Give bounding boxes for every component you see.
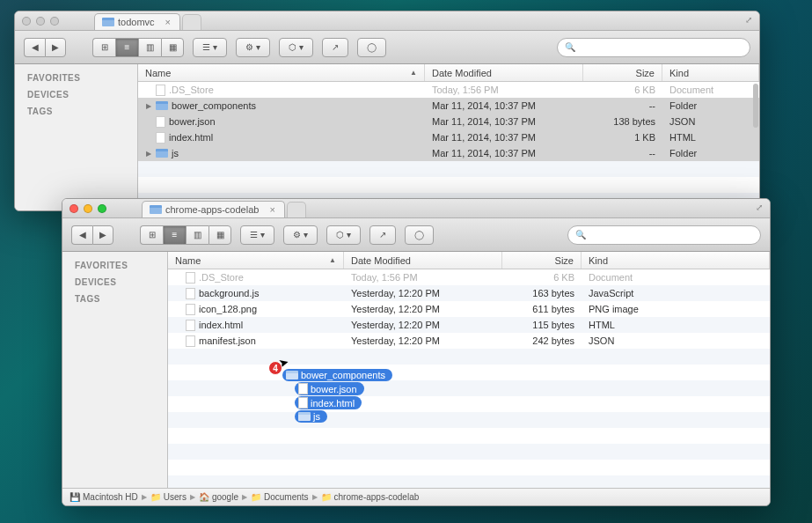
path-separator-icon: ▶: [142, 493, 147, 501]
path-segment[interactable]: 📁chrome-apps-codelab: [321, 492, 420, 502]
path-segment[interactable]: 💾Macintosh HD: [69, 492, 138, 502]
table-row[interactable]: .DS_StoreToday, 1:56 PM6 KBDocument: [168, 269, 770, 285]
column-name[interactable]: Name▲: [138, 64, 425, 81]
file-name: bower_components: [172, 100, 256, 111]
cell-kind: Document: [582, 272, 770, 283]
arrange-button[interactable]: ☰ ▾: [193, 38, 227, 57]
cell-size: 1 KB: [583, 132, 662, 143]
empty-row: [168, 412, 770, 428]
view-icon-button[interactable]: ⊞: [140, 225, 163, 245]
column-kind[interactable]: Kind: [662, 64, 759, 81]
forward-button[interactable]: ▶: [45, 38, 66, 57]
zoom-button[interactable]: [98, 204, 106, 213]
titlebar[interactable]: todomvc × ⤢: [15, 11, 759, 31]
titlebar[interactable]: chrome-apps-codelab × ⤢: [62, 199, 770, 218]
table-row[interactable]: manifest.jsonYesterday, 12:20 PM242 byte…: [168, 333, 770, 349]
view-list-button[interactable]: ≡: [163, 225, 186, 245]
traffic-lights[interactable]: [22, 17, 59, 26]
file-name: index.html: [169, 132, 213, 143]
table-row[interactable]: icon_128.pngYesterday, 12:20 PM611 bytes…: [168, 301, 770, 317]
path-segment[interactable]: 📁Users: [150, 492, 187, 502]
table-row[interactable]: index.htmlYesterday, 12:20 PM115 bytesHT…: [168, 317, 770, 333]
column-name[interactable]: Name▲: [168, 252, 344, 269]
table-row[interactable]: .DS_StoreToday, 1:56 PM6 KBDocument: [138, 82, 759, 98]
search-input[interactable]: 🔍: [557, 38, 750, 57]
file-pane: Name▲ Date Modified Size Kind ➤ 4 bower_…: [168, 252, 770, 488]
sidebar-tags[interactable]: TAGS: [15, 103, 137, 120]
column-date[interactable]: Date Modified: [425, 64, 583, 81]
tab-title: chrome-apps-codelab: [165, 204, 259, 215]
tab-chrome-apps-codelab[interactable]: chrome-apps-codelab ×: [142, 201, 285, 217]
traffic-lights[interactable]: [69, 204, 106, 213]
search-input[interactable]: 🔍: [567, 225, 761, 245]
tab-close-icon[interactable]: ×: [269, 204, 274, 215]
share-button[interactable]: ↗: [322, 38, 348, 57]
minimize-button[interactable]: [36, 17, 45, 26]
close-button[interactable]: [22, 17, 31, 26]
dropbox-button[interactable]: ⬡ ▾: [326, 225, 361, 245]
path-segment[interactable]: 📁Documents: [251, 492, 309, 502]
arrange-button[interactable]: ☰ ▾: [240, 225, 274, 245]
document-icon: [298, 383, 308, 394]
column-kind[interactable]: Kind: [582, 252, 770, 269]
path-separator-icon: ▶: [190, 493, 195, 501]
sidebar-favorites[interactable]: FAVORITES: [15, 70, 137, 86]
path-icon: 🏠: [199, 492, 209, 502]
forward-button[interactable]: ▶: [92, 225, 113, 245]
cell-size: 138 bytes: [583, 116, 662, 127]
toolbar: ◀ ▶ ⊞ ≡ ▥ ▦ ☰ ▾ ⚙ ▾ ⬡ ▾ ↗ ◯ 🔍: [15, 31, 759, 64]
table-row[interactable]: ▶jsMar 11, 2014, 10:37 PM--Folder: [138, 145, 759, 161]
sidebar-favorites[interactable]: FAVORITES: [62, 257, 167, 274]
table-row[interactable]: bower.jsonMar 11, 2014, 10:37 PM138 byte…: [138, 114, 759, 129]
action-button[interactable]: ⚙ ▾: [283, 225, 318, 245]
tab-close-icon[interactable]: ×: [165, 17, 171, 27]
disclosure-triangle-icon[interactable]: ▶: [145, 150, 152, 158]
new-tab-button[interactable]: [182, 14, 201, 30]
drag-count-badge: 4: [268, 361, 282, 375]
fullscreen-icon[interactable]: ⤢: [756, 203, 763, 212]
fullscreen-icon[interactable]: ⤢: [745, 15, 752, 25]
action-button[interactable]: ⚙ ▾: [236, 38, 270, 57]
empty-row: [168, 380, 770, 396]
zoom-button[interactable]: [50, 17, 59, 26]
view-column-button[interactable]: ▥: [186, 225, 208, 245]
column-size[interactable]: Size: [502, 252, 582, 269]
back-button[interactable]: ◀: [71, 225, 92, 245]
path-label: chrome-apps-codelab: [334, 492, 420, 502]
document-icon: [156, 116, 165, 128]
back-button[interactable]: ◀: [24, 38, 45, 57]
view-column-button[interactable]: ▥: [138, 38, 161, 57]
view-mode-group: ⊞ ≡ ▥ ▦: [140, 225, 231, 245]
dropbox-button[interactable]: ⬡ ▾: [279, 38, 313, 57]
minimize-button[interactable]: [84, 204, 92, 213]
sidebar-devices[interactable]: DEVICES: [62, 274, 167, 291]
sidebar-tags[interactable]: TAGS: [62, 291, 167, 307]
path-segment[interactable]: 🏠google: [199, 492, 238, 502]
view-icon-button[interactable]: ⊞: [92, 38, 115, 57]
tab-todomvc[interactable]: todomvc ×: [94, 13, 180, 30]
column-size[interactable]: Size: [583, 64, 662, 81]
nav-buttons: ◀ ▶: [71, 225, 113, 245]
disclosure-triangle-icon[interactable]: ▶: [145, 102, 152, 110]
table-row[interactable]: ▶bower_componentsMar 11, 2014, 10:37 PM-…: [138, 98, 759, 114]
close-button[interactable]: [69, 204, 78, 213]
tags-button[interactable]: ◯: [405, 225, 434, 245]
tags-button[interactable]: ◯: [357, 38, 386, 57]
tab-bar: chrome-apps-codelab ×: [142, 201, 306, 217]
view-coverflow-button[interactable]: ▦: [161, 38, 184, 57]
table-row[interactable]: index.htmlMar 11, 2014, 10:37 PM1 KBHTML: [138, 129, 759, 145]
new-tab-button[interactable]: [287, 202, 306, 217]
view-list-button[interactable]: ≡: [115, 38, 138, 57]
table-row[interactable]: background.jsYesterday, 12:20 PM163 byte…: [168, 285, 770, 301]
document-icon: [186, 320, 195, 331]
folder-icon: [156, 101, 168, 110]
cell-date: Today, 1:56 PM: [425, 85, 583, 95]
column-date[interactable]: Date Modified: [344, 252, 502, 269]
view-coverflow-button[interactable]: ▦: [208, 225, 231, 245]
sidebar-devices[interactable]: DEVICES: [15, 86, 137, 103]
share-button[interactable]: ↗: [369, 225, 396, 245]
scrollbar[interactable]: [753, 84, 758, 128]
cell-size: 6 KB: [502, 272, 582, 283]
path-separator-icon: ▶: [312, 493, 318, 501]
sidebar: FAVORITES DEVICES TAGS: [62, 252, 168, 488]
